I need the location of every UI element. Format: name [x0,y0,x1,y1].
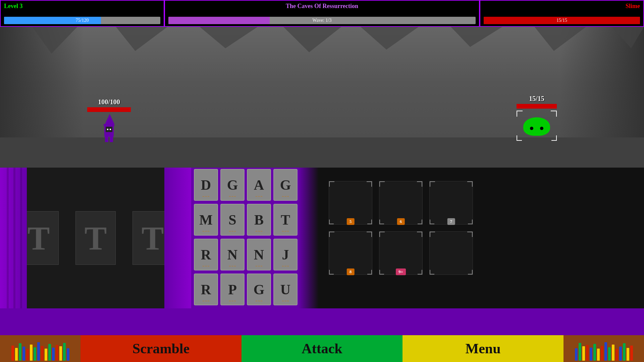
xp-text: 75/120 [4,17,160,24]
book-icon [630,346,633,361]
letter-tile-5[interactable]: S~ ~ ~ [220,204,245,236]
letter-tile-14[interactable]: G~ ~ ~ [247,274,271,305]
letter-tile-9[interactable]: N~ ~ ~ [220,239,245,270]
book-icon [15,348,18,361]
letter-grid: D~ ~ ~G~ ~ ~A~ ~ ~G~ ~ ~M~ ~ ~S~ ~ ~B~ ~… [191,168,299,308]
book-icon [56,345,58,361]
enemy-hp-bar-top: 15/15 [484,17,640,24]
book-icon [48,344,51,361]
curtain-fold2-icon [13,168,15,308]
book-icon [579,343,581,361]
scramble-button[interactable]: Scramble [80,335,241,362]
inv-badge-0: 5 [347,218,355,225]
wizard-face-icon [106,127,112,132]
letter-tile-1[interactable]: G~ ~ ~ [220,169,245,201]
book-icon [11,346,14,361]
card-slot-2: T [75,211,116,265]
player-hp-text: 100/100 [87,98,131,106]
wave-text: Wave: 1/3 [168,17,476,24]
hud-player: Level 3 75/120 [0,0,164,27]
book-icon [593,344,596,361]
book-icon [37,342,40,361]
hud-center: The Caves Of Ressurrection Wave: 1/3 [164,0,480,27]
inv-slot-5[interactable] [429,231,473,275]
curtain-right-icon [164,168,191,308]
book-icon [45,349,47,361]
letter-tile-13[interactable]: P~ ~ ~ [220,274,245,305]
book-icon [586,345,589,361]
hud-enemy: Slime 15/15 [480,0,644,27]
book-icon [612,345,614,361]
enemy-hp-text: 15/15 [517,95,557,103]
book-icon [615,349,618,361]
letter-tile-12[interactable]: R~ ~ ~ [194,274,218,305]
inventory-grid: 56789+ [305,174,637,282]
book-icon [22,347,25,361]
curtain-left-icon [0,168,27,308]
letter-tile-2[interactable]: A~ ~ ~ [247,169,271,201]
book-icon [41,346,44,361]
book-icon [601,346,603,361]
book-icon [575,348,578,361]
wizard-leg-right-icon [110,137,113,142]
book-icon [597,349,600,361]
book-icon [52,348,55,361]
inv-badge-4: 9+ [396,268,406,275]
letter-tile-11[interactable]: J~ ~ ~ [273,239,298,270]
book-icon [582,346,585,361]
inv-slot-4[interactable]: 9+ [379,231,423,275]
letter-tile-6[interactable]: B~ ~ ~ [247,204,271,236]
bottom-area: T T T D~ ~ ~G~ ~ ~A~ ~ ~G~ ~ ~M~ ~ ~S~ ~… [0,168,644,335]
wizard-hat-icon [105,114,114,124]
letter-tile-4[interactable]: M~ ~ ~ [194,204,218,236]
book-icon [627,348,629,361]
wizard-body-icon [104,126,114,137]
inv-slot-1[interactable]: 6 [379,181,423,225]
curtain-fold-icon [7,168,9,308]
letter-tile-3[interactable]: G~ ~ ~ [273,169,298,201]
bookshelf-left [0,335,80,362]
slime-eye-right-icon [540,127,543,130]
book-icon [604,342,607,361]
enemy-hp-text-top: 15/15 [484,17,640,24]
inv-slot-0[interactable]: 5 [329,181,372,225]
book-icon [590,348,592,361]
inv-badge-3: 8 [347,268,355,275]
book-icon [619,347,622,361]
inv-badge-2: 7 [447,218,455,225]
book-icon [26,349,29,361]
battle-area: 100/100 15/15 [0,27,644,168]
top-hud: Level 3 75/120 The Caves Of Ressurrectio… [0,0,644,27]
book-icon [30,345,33,361]
letter-tile-8[interactable]: R~ ~ ~ [194,239,218,270]
letter-tile-10[interactable]: N~ ~ ~ [247,239,271,270]
letter-tile-15[interactable]: U~ ~ ~ [273,274,298,305]
book-icon [19,343,21,361]
enemy-selection-bracket [517,111,557,141]
player-sprite [99,114,119,141]
letter-tile-0[interactable]: D~ ~ ~ [194,169,218,201]
player-hp-bar [87,107,131,112]
right-inventory: 56789+ [299,168,644,308]
enemy: 15/15 [517,95,557,141]
wizard-leg-left-icon [105,137,108,142]
enemy-name: Slime [484,3,640,10]
book-row-left [11,342,69,361]
inv-slot-3[interactable]: 8 [329,231,372,275]
wave-bar: Wave: 1/3 [168,17,476,24]
enemy-hp-bar [517,104,557,109]
attack-button[interactable]: Attack [241,335,402,362]
wizard-eye-right-icon [110,129,111,130]
dungeon-title: The Caves Of Ressurrection [168,3,476,10]
inv-slot-2[interactable]: 7 [429,181,473,225]
book-icon [34,347,36,361]
letter-tile-7[interactable]: T~ ~ ~ [273,204,298,236]
book-icon [608,347,611,361]
curtain-fold3-icon [20,168,22,308]
wizard-legs-icon [99,137,119,142]
menu-button[interactable]: Menu [402,335,564,362]
slime-eye-left-icon [530,127,533,130]
button-bar: Scramble Attack Menu [0,335,644,362]
slime-sprite [523,117,550,136]
curtain-inv-icon [299,168,319,308]
